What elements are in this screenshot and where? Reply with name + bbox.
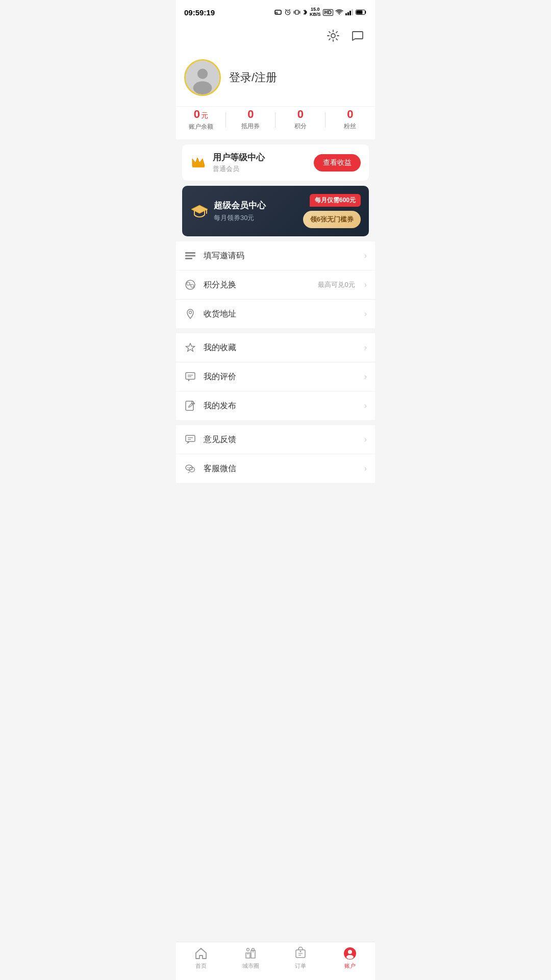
crown-icon [190, 155, 207, 171]
menu-item-invite-code[interactable]: 填写邀请码 › [176, 241, 375, 271]
menu-group-3: 意见反馈 › 客服微信 › [176, 425, 375, 483]
bluetooth-icon [303, 9, 308, 16]
svg-point-20 [193, 81, 212, 94]
vip-level-section: 用户等级中心 普通会员 查看收益 [182, 144, 369, 181]
posts-chevron: › [364, 401, 367, 410]
svg-marker-22 [191, 205, 208, 213]
svg-point-29 [191, 284, 194, 287]
stat-coupon[interactable]: 0 抵用券 [226, 109, 276, 131]
svg-point-17 [331, 34, 335, 38]
points-exchange-icon [184, 279, 196, 291]
svg-rect-25 [185, 255, 195, 257]
hd-badge: HD [323, 9, 333, 16]
posts-icon [184, 400, 196, 412]
address-label: 收货地址 [204, 309, 357, 320]
menu-group-1: 填写邀请码 › 积分兑换 最高可兑0元 › [176, 241, 375, 328]
super-vip-subtitle: 每月领券30元 [214, 213, 303, 223]
menu-item-wechat-service[interactable]: 客服微信 › [176, 454, 375, 483]
feedback-label: 意见反馈 [204, 434, 357, 445]
invite-code-icon [184, 250, 196, 262]
vip-level-card: 用户等级中心 普通会员 查看收益 [182, 144, 369, 181]
menu-item-feedback[interactable]: 意见反馈 › [176, 425, 375, 454]
reviews-icon [184, 371, 196, 383]
points-exchange-label: 积分兑换 [204, 280, 311, 290]
address-chevron: › [364, 309, 367, 318]
nfc-icon: N [274, 8, 282, 16]
stat-balance[interactable]: 0 元 账户余额 [176, 109, 226, 131]
favorites-icon [184, 341, 196, 354]
svg-rect-13 [352, 9, 353, 15]
menu-group-2: 我的收藏 › 我的评价 › [176, 333, 375, 420]
svg-rect-37 [186, 435, 195, 442]
points-label: 积分 [294, 122, 307, 131]
svg-rect-12 [349, 11, 351, 15]
favorites-chevron: › [364, 343, 367, 352]
status-bar: 09:59:19 N 15.0KB/S HD [176, 0, 375, 22]
svg-rect-24 [185, 252, 195, 254]
wechat-service-chevron: › [364, 464, 367, 473]
graduation-cap-icon [190, 202, 209, 220]
wechat-icon [184, 462, 196, 475]
message-button[interactable] [348, 27, 367, 45]
avatar[interactable] [184, 59, 221, 96]
gear-icon [327, 29, 340, 42]
battery-icon [356, 9, 367, 15]
svg-rect-11 [347, 12, 349, 15]
menu-item-reviews[interactable]: 我的评价 › [176, 362, 375, 391]
avatar-image [186, 59, 219, 96]
view-earnings-button[interactable]: 查看收益 [314, 154, 361, 172]
login-register-link[interactable]: 登录/注册 [229, 70, 277, 85]
wifi-icon [335, 9, 343, 15]
alarm-icon [284, 9, 291, 16]
favorites-label: 我的收藏 [204, 342, 357, 353]
fans-value: 0 [347, 109, 353, 120]
stat-points[interactable]: 0 积分 [276, 109, 325, 131]
settings-button[interactable] [324, 27, 342, 45]
super-vip-card[interactable]: 超级会员中心 每月领券30元 每月仅需600元 领6张无门槛券 [182, 186, 369, 236]
address-icon [184, 308, 196, 320]
menu-item-posts[interactable]: 我的发布 › [176, 391, 375, 420]
svg-point-43 [189, 468, 195, 472]
points-value: 0 [297, 109, 304, 120]
get-coupon-button[interactable]: 领6张无门槛券 [303, 211, 361, 228]
posts-label: 我的发布 [204, 401, 357, 411]
balance-value: 0 [194, 109, 200, 120]
vibrate-icon [293, 9, 300, 16]
svg-rect-15 [357, 11, 363, 14]
fans-label: 粉丝 [344, 122, 356, 131]
svg-rect-26 [185, 258, 192, 259]
super-vip-title: 超级会员中心 [214, 200, 266, 211]
menu-item-address[interactable]: 收货地址 › [176, 300, 375, 328]
profile-section: 登录/注册 [176, 51, 375, 106]
svg-text:N: N [276, 11, 278, 14]
chat-icon [351, 29, 364, 42]
reviews-chevron: › [364, 372, 367, 381]
svg-point-19 [197, 69, 208, 79]
svg-rect-21 [192, 166, 205, 167]
svg-point-45 [192, 469, 193, 470]
points-exchange-chevron: › [364, 280, 367, 289]
balance-label: 账户余额 [189, 122, 213, 131]
svg-rect-32 [186, 373, 195, 379]
price-tag: 每月仅需600元 [310, 194, 361, 207]
svg-line-5 [286, 10, 287, 11]
coupon-label: 抵用券 [241, 122, 260, 131]
coupon-value: 0 [247, 109, 254, 120]
invite-code-label: 填写邀请码 [204, 251, 357, 261]
header [176, 22, 375, 51]
stat-fans[interactable]: 0 粉丝 [325, 109, 375, 131]
svg-rect-10 [345, 13, 347, 15]
feedback-icon [184, 433, 196, 446]
menu-item-favorites[interactable]: 我的收藏 › [176, 333, 375, 362]
menu-item-points-exchange[interactable]: 积分兑换 最高可兑0元 › [176, 271, 375, 300]
svg-point-31 [189, 311, 192, 314]
vip-level-subtitle: 普通会员 [213, 164, 308, 174]
svg-point-41 [188, 467, 189, 468]
svg-point-28 [187, 282, 190, 285]
invite-code-chevron: › [364, 251, 367, 260]
balance-unit: 元 [201, 111, 208, 120]
reviews-label: 我的评价 [204, 372, 357, 382]
signal-icon [345, 9, 354, 15]
stats-row: 0 元 账户余额 0 抵用券 0 积分 0 粉丝 [176, 106, 375, 139]
status-icons: N 15.0KB/S HD [274, 7, 367, 17]
